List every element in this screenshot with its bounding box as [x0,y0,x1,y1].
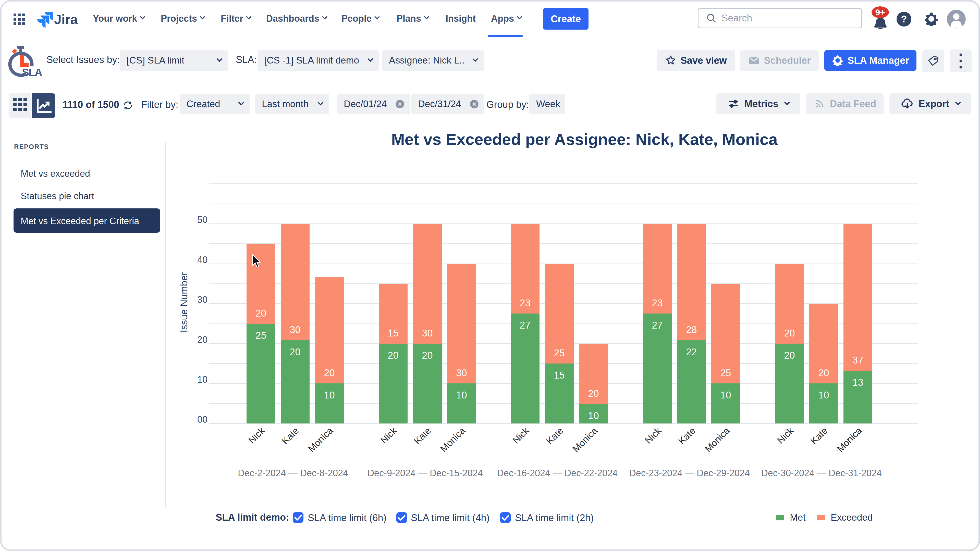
svg-text:?: ? [901,14,907,24]
svg-text:SLA: SLA [22,66,42,78]
svg-text:9+: 9+ [875,7,885,17]
